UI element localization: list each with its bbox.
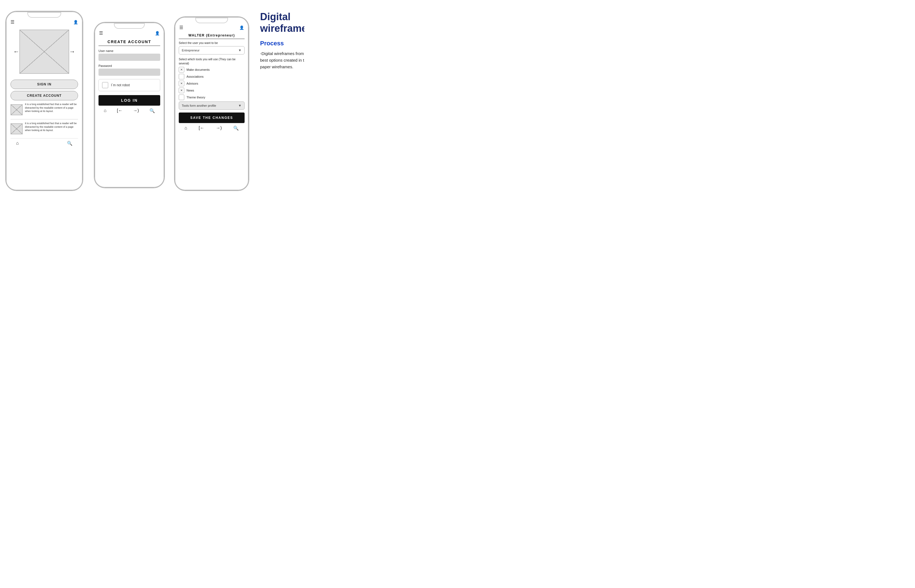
screen-2: CREATE ACCOUNT User name Password I´m no… bbox=[95, 37, 164, 118]
main-heading: Digital wireframes bbox=[260, 11, 304, 34]
robot-label: I´m not robot bbox=[111, 83, 130, 87]
login-icon-3[interactable]: →) bbox=[216, 126, 222, 131]
user-type-dropdown[interactable]: Entrepreneur ▼ bbox=[179, 46, 245, 55]
robot-checkbox[interactable] bbox=[102, 82, 108, 88]
password-input[interactable] bbox=[99, 69, 160, 76]
arrow-right-btn[interactable]: → bbox=[69, 48, 75, 55]
checkbox-item-4: Theme theory bbox=[179, 95, 245, 100]
phone3-footer: ⌂ [← →) 🔍 bbox=[179, 123, 245, 132]
password-label: Password bbox=[99, 64, 160, 68]
phone2-footer: ⌂ [← →) 🔍 bbox=[99, 106, 160, 115]
notch-3 bbox=[195, 18, 228, 23]
home-icon-2[interactable]: ⌂ bbox=[104, 108, 107, 113]
search-icon-2[interactable]: 🔍 bbox=[149, 108, 155, 113]
list-item-text-2: It is a long established fact that a rea… bbox=[25, 122, 78, 132]
status-bar-3: ☰ 👤 bbox=[175, 23, 248, 31]
home-icon-3[interactable]: ⌂ bbox=[185, 126, 187, 131]
phone1-nav: ← → bbox=[11, 26, 78, 78]
home-icon-1[interactable]: ⌂ bbox=[16, 141, 19, 146]
login-out-icon[interactable]: [← bbox=[117, 108, 122, 113]
select-user-label: Select the user you want to be bbox=[179, 41, 245, 45]
tools-label: Select which tools you will use (They ca… bbox=[179, 57, 245, 65]
checkbox-item-0: ✕ Make documents bbox=[179, 67, 245, 73]
checkbox-0[interactable]: ✕ bbox=[179, 67, 184, 73]
robot-check-area: I´m not robot bbox=[99, 79, 160, 91]
screen-3: WALTER (Entrepreneur) Select the user yo… bbox=[175, 31, 248, 135]
login-in-icon[interactable]: →) bbox=[133, 108, 139, 113]
user-icon-3[interactable]: 👤 bbox=[239, 26, 244, 30]
checkbox-3[interactable]: ✕ bbox=[179, 88, 184, 93]
tools-dropdown-arrow-icon: ▼ bbox=[238, 104, 241, 108]
process-text: -Digital wireframes from the best option… bbox=[260, 50, 304, 70]
tools-another-dropdown[interactable]: Tools form another profile ▼ bbox=[179, 102, 245, 110]
sign-in-button[interactable]: SIGN IN bbox=[11, 80, 78, 89]
dropdown-arrow-icon: ▼ bbox=[238, 48, 241, 52]
hamburger-icon-1[interactable]: ☰ bbox=[11, 19, 15, 24]
user-icon-1[interactable]: 👤 bbox=[73, 20, 78, 24]
log-in-button[interactable]: LOG IN bbox=[99, 95, 160, 106]
save-changes-button[interactable]: SAVE THE CHANGES bbox=[179, 113, 245, 123]
username-label: User name bbox=[99, 49, 160, 53]
status-bar-1: ☰ 👤 bbox=[6, 18, 82, 26]
process-heading: Process bbox=[260, 40, 304, 47]
checkbox-label-1: Associations bbox=[186, 75, 204, 78]
list-item-1: It is a long established fact that a rea… bbox=[11, 103, 78, 117]
screen-1: ← → SIGN IN CREATE ACCOUNT It is a long … bbox=[6, 26, 82, 188]
main-layout: ☰ 👤 ← → SIGN IN CREATE ACCOUNT It is a l… bbox=[5, 8, 299, 191]
create-account-button[interactable]: CREATE ACCOUNT bbox=[11, 91, 78, 100]
search-icon-3[interactable]: 🔍 bbox=[233, 126, 239, 131]
checkbox-2[interactable]: ✕ bbox=[179, 81, 184, 86]
checkbox-item-2: ✕ Advisors bbox=[179, 81, 245, 86]
phone-1: ☰ 👤 ← → SIGN IN CREATE ACCOUNT It is a l… bbox=[5, 11, 83, 191]
hamburger-icon-3[interactable]: ☰ bbox=[179, 25, 183, 30]
logout-icon-3[interactable]: [← bbox=[199, 126, 204, 131]
create-account-title: CREATE ACCOUNT bbox=[99, 37, 160, 46]
checkbox-label-4: Theme theory bbox=[186, 96, 205, 99]
notch-1 bbox=[28, 12, 61, 18]
checkbox-label-3: News bbox=[186, 89, 194, 92]
thumb-image-1 bbox=[11, 104, 23, 115]
checkbox-label-0: Make documents bbox=[186, 68, 210, 71]
checkbox-label-2: Advisors bbox=[186, 82, 198, 85]
search-icon-1[interactable]: 🔍 bbox=[67, 141, 73, 146]
main-hero-image bbox=[19, 29, 69, 74]
arrow-left-btn[interactable]: ← bbox=[13, 48, 19, 55]
checkbox-item-1: Associations bbox=[179, 74, 245, 79]
dropdown-value: Entrepreneur bbox=[182, 48, 199, 52]
status-bar-2: ☰ 👤 bbox=[95, 29, 164, 37]
hamburger-icon-2[interactable]: ☰ bbox=[99, 31, 103, 36]
phone-3: ☰ 👤 WALTER (Entrepreneur) Select the use… bbox=[174, 16, 249, 191]
checkbox-1[interactable] bbox=[179, 74, 184, 79]
list-item-text-1: It is a long established fact that a rea… bbox=[25, 103, 78, 113]
user-icon-2[interactable]: 👤 bbox=[155, 31, 160, 36]
right-panel: Digital wireframes Process -Digital wire… bbox=[260, 8, 304, 70]
checkbox-item-3: ✕ News bbox=[179, 88, 245, 93]
notch-2 bbox=[114, 23, 145, 29]
phone-2: ☰ 👤 CREATE ACCOUNT User name Password I´… bbox=[94, 22, 165, 188]
phone1-footer: ⌂ 🔍 bbox=[11, 138, 78, 148]
checkbox-4[interactable] bbox=[179, 95, 184, 100]
list-item-2: It is a long established fact that a rea… bbox=[11, 122, 78, 136]
walter-title: WALTER (Entrepreneur) bbox=[179, 31, 245, 39]
tools-another-label: Tools form another profile bbox=[182, 104, 216, 107]
list-divider-1 bbox=[11, 119, 78, 120]
username-input[interactable] bbox=[99, 53, 160, 61]
thumb-image-2 bbox=[11, 123, 23, 134]
